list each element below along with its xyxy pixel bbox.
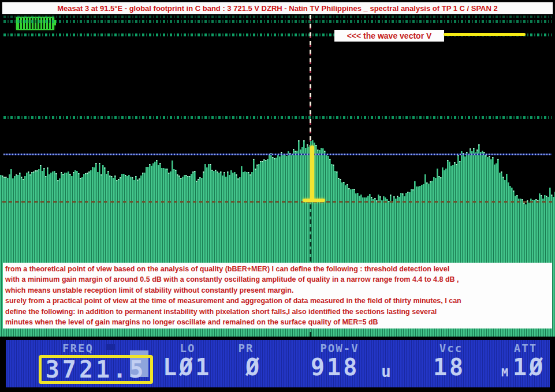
vcc-label: Vcc [416,342,486,354]
note-line: which means unstable reception limit of … [5,285,552,296]
wave-vector-callout: <<< the wave vector V [334,30,444,42]
spectrum-canvas [0,0,555,392]
note-line: from a theoretical point of view based o… [5,264,552,274]
vcc-value: 18 [433,356,465,379]
status-bar: FREQ LO PR POW-V Vcc ATT 3721.5 LØ1 Ø 91… [6,340,550,387]
marker-cursor-bar [310,145,314,201]
lo-value: LØ1 [163,356,211,379]
att-label: ATT [491,342,555,354]
freq-value-box[interactable]: 3721.5 [39,355,153,384]
att-value: 1Ø [513,356,545,379]
note-line: with a minimum gain margin of around 0.5… [5,274,552,285]
marker-cursor-crossbar [303,199,325,202]
pow-v-unit: u [381,362,391,381]
note-line: define the following: in addition to per… [5,307,552,317]
pr-value: Ø [245,356,262,379]
level-reference-line [3,154,552,155]
freq-label: FREQ [43,342,113,354]
wave-vector-label: <<< the wave vector V [347,31,432,40]
pow-v-value: 918 [311,356,359,379]
att-mode-prefix: M [501,365,508,379]
pr-label: PR [211,342,281,354]
freq-edit-notch [106,344,115,350]
note-line: minutes when the level of gain margins n… [5,317,552,327]
spectrum-analyzer-screen: Measat 3 at 91.5°E - global footprint in… [0,0,555,392]
wave-vector-underline [444,33,526,36]
pow-v-label: POW-V [305,342,374,354]
freq-value: 3721.5 [46,358,147,381]
note-line: surely from a practical point of view at… [5,296,552,306]
analysis-note: from a theoretical point of view based o… [3,263,552,328]
